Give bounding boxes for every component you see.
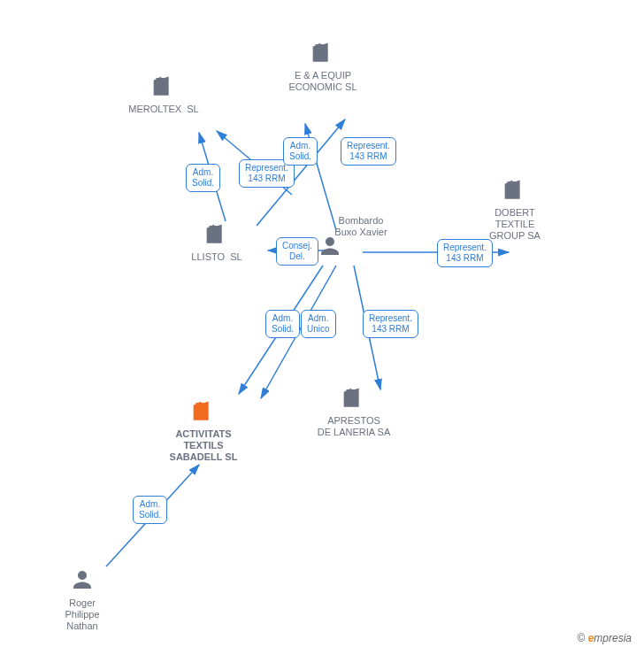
node-label: ACTIVITATS TEXTILS SABADELL SL	[159, 428, 248, 463]
node-aprestos[interactable]: APRESTOS DE LANERIA SA	[310, 381, 398, 438]
node-label: E & A EQUIP ECONOMIC SL	[279, 70, 367, 93]
rel-adm-solid-eaequip[interactable]: Adm. Solid.	[283, 137, 318, 166]
rel-adm-unico[interactable]: Adm. Unico	[301, 310, 336, 338]
company-icon	[119, 69, 208, 102]
company-icon	[279, 35, 367, 68]
node-eaequip[interactable]: E & A EQUIP ECONOMIC SL	[279, 35, 367, 93]
company-icon	[310, 381, 398, 413]
copyright-symbol: ©	[577, 632, 585, 644]
node-label: Bombardo Buxo Xavier	[317, 215, 405, 238]
rel-represent-eaequip[interactable]: Represent. 143 RRM	[341, 137, 396, 166]
rel-adm-solid-activitats[interactable]: Adm. Solid.	[265, 310, 300, 338]
node-dobert[interactable]: DOBERT TEXTILE GROUP SA	[471, 173, 559, 242]
watermark: © empresia	[577, 632, 632, 644]
company-icon	[172, 217, 261, 250]
node-activitats[interactable]: ACTIVITATS TEXTILS SABADELL SL	[159, 394, 248, 463]
rel-consej-del[interactable]: Consej. Del.	[276, 237, 318, 266]
node-label: DOBERT TEXTILE GROUP SA	[471, 207, 559, 242]
node-label: Roger Philippe Nathan	[38, 597, 126, 632]
rel-represent-dobert[interactable]: Represent. 143 RRM	[437, 239, 493, 267]
node-roger[interactable]: Roger Philippe Nathan	[38, 566, 126, 632]
rel-represent-aprestos[interactable]: Represent. 143 RRM	[363, 310, 418, 338]
company-icon	[471, 173, 559, 205]
node-label: APRESTOS DE LANERIA SA	[310, 415, 398, 438]
rel-adm-solid-meroltex[interactable]: Adm. Solid.	[186, 164, 220, 192]
node-label: LLISTO SL	[172, 251, 261, 263]
company-icon	[159, 394, 248, 427]
node-label: MEROLTEX SL	[119, 104, 208, 115]
person-icon	[38, 566, 126, 596]
brand-rest: mpresia	[594, 632, 632, 644]
node-meroltex[interactable]: MEROLTEX SL	[119, 69, 208, 115]
node-llisto[interactable]: LLISTO SL	[172, 217, 261, 263]
rel-adm-solid-roger[interactable]: Adm. Solid.	[133, 496, 167, 524]
